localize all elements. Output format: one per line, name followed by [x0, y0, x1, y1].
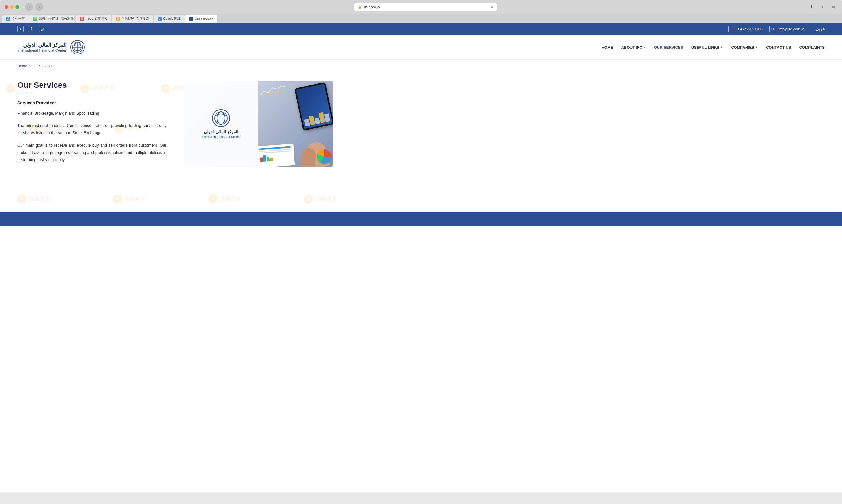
service-para-1: The International Financial Center conce… — [17, 122, 167, 137]
page-title: Our Services — [17, 80, 167, 90]
title-underline — [17, 93, 32, 93]
facebook-icon[interactable]: f — [28, 26, 34, 32]
bwm-circle-1: W — [17, 194, 27, 203]
about-dropdown-icon: ▼ — [643, 46, 646, 49]
browser-window: ‹ › 🔒 ifc.com.jo ↺ ⬆ + ⧉ 文 文心一言 彩 彩云小译官网… — [0, 0, 842, 504]
doc-bar-2 — [263, 155, 267, 162]
nav-complaints[interactable]: COMPLAINTS — [799, 44, 825, 51]
maximize-button[interactable] — [16, 5, 19, 9]
watermark-circle: W — [5, 84, 15, 93]
lock-icon: 🔒 — [358, 5, 362, 9]
breadcrumb-home[interactable]: Home — [17, 64, 27, 68]
nav-contact[interactable]: CONTACT US — [766, 44, 791, 51]
tab-label: mass_百度搜索 — [86, 17, 107, 21]
tab-caiyun[interactable]: 彩 彩云小译官网 - 高效准确的翻译... — [29, 15, 75, 23]
bwm-2: W WikiFX — [113, 194, 145, 203]
doc-chart — [260, 152, 292, 162]
browser-toolbar-right: ⬆ + ⧉ — [808, 3, 837, 11]
nav-home[interactable]: HOME — [602, 44, 613, 51]
tab-favicon: 彩 — [33, 17, 37, 21]
bottom-watermark-area: W WikiFX W WikiFX W WikiFX W WikiFX — [0, 186, 842, 212]
logo-svg — [70, 40, 85, 55]
refresh-icon[interactable]: ↺ — [491, 5, 493, 9]
nav-companies[interactable]: COMPANIES ▼ — [731, 44, 758, 51]
tab-google-baidu[interactable]: 谷 谷歌翻译_百度搜索 — [112, 15, 153, 23]
bwm-circle-2: W — [113, 194, 122, 203]
logo-area: المركز المالي الدولي International Finan… — [17, 40, 85, 55]
forward-button[interactable]: › — [35, 3, 43, 11]
close-button[interactable] — [5, 5, 8, 9]
tab-label: 谷歌翻译_百度搜索 — [122, 17, 149, 21]
bwm-3: W WikiFX — [208, 194, 241, 203]
tab-wxy[interactable]: 文 文心一言 — [2, 15, 29, 23]
bar3 — [314, 118, 320, 124]
tab-favicon: 百 — [80, 17, 84, 21]
overlay-logo-english: International Financial Center — [202, 135, 240, 139]
bwm-circle-3: W — [208, 194, 218, 203]
useful-links-dropdown-icon: ▼ — [721, 46, 723, 49]
tab-google-translate[interactable]: G Google 翻譯 — [154, 15, 185, 23]
bar5 — [324, 113, 330, 122]
main-content: W WikiFX W WikiFX W WikiFX W WikiFX W — [0, 72, 842, 186]
instagram-icon[interactable]: ◎ — [39, 26, 45, 32]
bwm-4: W WikiFX — [304, 194, 336, 203]
tab-favicon: G — [157, 17, 161, 21]
logo-english: International Financial Center — [17, 49, 67, 53]
new-tab-icon[interactable]: + — [819, 3, 826, 11]
address-bar[interactable]: 🔒 ifc.com.jo ↺ — [354, 3, 497, 11]
share-icon[interactable]: ⬆ — [808, 3, 815, 11]
bottom-watermark-row: W WikiFX W WikiFX W WikiFX W WikiFX — [17, 194, 825, 203]
logo-text: المركز المالي الدولي International Finan… — [17, 42, 67, 53]
nav-useful-links[interactable]: USEFUL LINKS ▼ — [691, 44, 723, 51]
service-para-2: Our main goal is to receive and execute … — [17, 142, 167, 164]
document — [258, 144, 295, 166]
nav-services[interactable]: OUR SERVICES — [654, 44, 683, 51]
nav-links: HOME ABOUT IFC ▼ OUR SERVICES USEFUL LIN… — [602, 44, 825, 51]
companies-dropdown-icon: ▼ — [755, 46, 758, 49]
bwm-text-1: WikiFX — [29, 195, 50, 203]
logo-overlay: المركز المالي الدولي International Finan… — [184, 80, 258, 166]
navbar: المركز المالي الدولي International Finan… — [0, 35, 842, 60]
tab-our-services[interactable]: I Our Services — [185, 15, 217, 23]
email-address: info@ifc.com.jo — [778, 27, 804, 31]
logo-arabic: المركز المالي الدولي — [17, 42, 67, 49]
tabs-icon[interactable]: ⧉ — [829, 3, 837, 11]
tab-label: Google 翻譯 — [163, 17, 181, 21]
phone-icon: 📞 — [728, 25, 735, 32]
mini-chart — [303, 110, 330, 126]
bwm-1: W WikiFX — [17, 194, 50, 203]
top-bar: 𝕏 f ◎ 📞 +96265621786 ✉ info@ifc.com.jo ع… — [0, 23, 842, 35]
arabic-language-link[interactable]: عربي — [815, 27, 825, 31]
breadcrumb-separator: / — [29, 64, 30, 68]
breadcrumb-current: Our Services — [32, 64, 53, 68]
tab-favicon: 谷 — [116, 17, 120, 21]
tab-favicon: 文 — [6, 17, 10, 21]
contact-info: 📞 +96265621786 ✉ info@ifc.com.jo عربي — [728, 25, 825, 32]
hands-area — [258, 80, 333, 166]
phone-contact: 📞 +96265621786 — [728, 25, 762, 32]
line-chart-svg — [260, 84, 286, 98]
minimize-button[interactable] — [10, 5, 14, 9]
twitter-icon[interactable]: 𝕏 — [17, 26, 23, 32]
browser-titlebar: ‹ › 🔒 ifc.com.jo ↺ ⬆ + ⧉ — [0, 0, 842, 14]
social-icons: 𝕏 f ◎ — [17, 26, 45, 32]
breadcrumb: Home / Our Services — [0, 60, 842, 72]
browser-tabs: 文 文心一言 彩 彩云小译官网 - 高效准确的翻译... 百 mass_百度搜索… — [0, 14, 842, 23]
service-image: المركز المالي الدولي International Finan… — [184, 80, 333, 166]
tab-mass[interactable]: 百 mass_百度搜索 — [76, 15, 111, 23]
tab-label: 文心一言 — [12, 17, 25, 21]
bwm-circle-4: W — [304, 194, 313, 203]
nav-buttons: ‹ › — [25, 3, 43, 11]
nav-about[interactable]: ABOUT IFC ▼ — [621, 44, 646, 51]
tab-favicon: I — [189, 17, 193, 21]
site-footer — [0, 212, 842, 227]
email-contact: ✉ info@ifc.com.jo — [769, 25, 804, 32]
content-left: Our Services Services Provided: Financia… — [17, 80, 167, 168]
overlay-logo-arabic: المركز المالي الدولي — [204, 130, 239, 134]
bwm-text-3: WikiFX — [220, 195, 241, 203]
back-button[interactable]: ‹ — [25, 3, 33, 11]
content-right: المركز المالي الدولي International Finan… — [184, 80, 333, 166]
tab-label: Our Services — [195, 17, 213, 21]
doc-bar-1 — [260, 157, 263, 162]
email-icon: ✉ — [769, 25, 776, 32]
